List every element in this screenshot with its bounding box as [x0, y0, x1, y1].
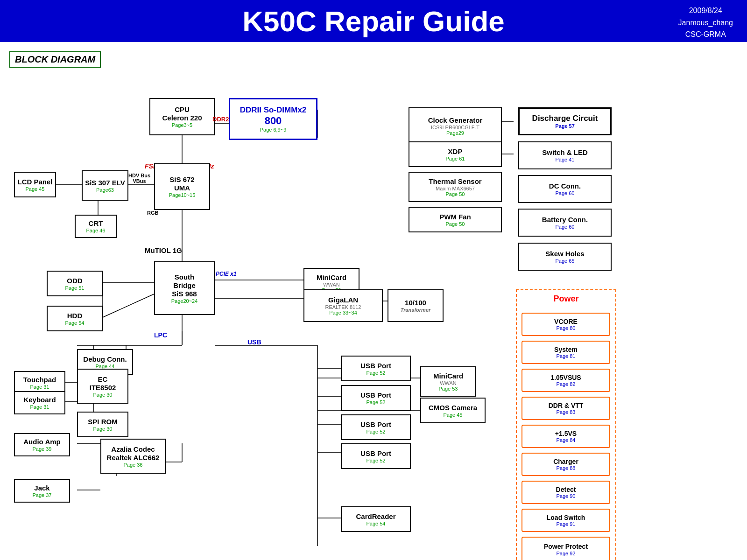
- chg-title: Charger: [553, 458, 578, 466]
- power-protect-box: Power Protect Page 92: [521, 537, 610, 560]
- aa-title: Audio Amp: [23, 438, 60, 446]
- hdd-box: HDD Page 54: [47, 306, 103, 331]
- mc1-sub: WWAN: [323, 282, 340, 287]
- sis672-title: SiS 672: [169, 175, 194, 184]
- cr-title: CardReader: [356, 512, 395, 521]
- sl-title: Switch & LED: [542, 148, 588, 157]
- pcie-label: PCIE x1: [216, 271, 237, 277]
- ts-page: Page 50: [446, 191, 465, 197]
- vbus-text: VBus: [128, 178, 150, 184]
- jack-page: Page 37: [33, 492, 52, 498]
- pwm-page: Page 50: [446, 221, 465, 227]
- usb4-page: Page 52: [366, 458, 386, 463]
- jack-title: Jack: [34, 484, 49, 492]
- kbd-title: Keyboard: [23, 396, 56, 404]
- header-dept: CSC-GRMA: [678, 28, 733, 41]
- header-date: 2009/8/24: [678, 5, 733, 17]
- crt-title: CRT: [89, 219, 103, 228]
- ec-title: EC: [98, 375, 108, 384]
- system-box: System Page 81: [521, 341, 610, 364]
- bc-page: Page 60: [556, 224, 575, 230]
- spi-page: Page 30: [93, 426, 113, 432]
- det-title: Detect: [556, 486, 576, 494]
- vsus-box: 1.05VSUS Page 82: [521, 369, 610, 392]
- ddrii-box: DDRII So-DIMMx2 800 Page 6,9~9: [229, 98, 317, 140]
- odd-page: Page 51: [65, 285, 85, 291]
- ts-title: Thermal Sensor: [429, 177, 481, 186]
- usb3-title: USB Port: [360, 420, 391, 429]
- skew-holes-box: Skew Holes Page 65: [518, 243, 612, 271]
- mc1-title: MiniCard: [317, 273, 346, 282]
- ls-page: Page 91: [557, 521, 576, 527]
- chg-page: Page 88: [557, 465, 576, 471]
- tp-title: Touchpad: [23, 376, 56, 384]
- pwm-title: PWM Fan: [439, 213, 471, 221]
- aa-page: Page 39: [33, 446, 52, 452]
- usb1-page: Page 52: [366, 370, 386, 376]
- kbd-page: Page 31: [30, 404, 49, 410]
- usb-port3-box: USB Port Page 52: [341, 414, 411, 440]
- header-author: Janmous_chang: [678, 17, 733, 29]
- sb-title: SouthBridge: [173, 273, 196, 290]
- odd-box: ODD Page 51: [47, 271, 103, 296]
- cpu-box: CPU Celeron 220 Page3~5: [149, 98, 215, 135]
- mc2-title: MiniCard: [433, 372, 463, 380]
- disc-page: Page 57: [555, 123, 575, 129]
- page-title: K50C Repair Guide: [242, 5, 505, 38]
- south-bridge-box: SouthBridge SiS 968 Page20~24: [154, 261, 215, 315]
- cg-sub: ICS9LPR600CGLF-T: [431, 125, 479, 130]
- svg-line-9: [103, 294, 154, 317]
- ec-page: Page 30: [93, 392, 113, 398]
- xdp-page: Page 61: [446, 156, 465, 161]
- usb-port4-box: USB Port Page 52: [341, 443, 411, 469]
- cg-page: Page29: [446, 130, 464, 136]
- tp-page: Page 31: [30, 384, 49, 390]
- odd-title: ODD: [67, 277, 82, 285]
- p15-title: +1.5VS: [555, 430, 577, 438]
- pwm-fan-box: PWM Fan Page 50: [409, 207, 502, 232]
- transformer-box: 10/100 Transformer: [388, 289, 444, 322]
- dc-title: DC Conn.: [549, 182, 581, 190]
- sys-title: System: [554, 346, 578, 354]
- ec-box: EC ITE8502 Page 30: [77, 369, 128, 404]
- hdv-label: HDV Bus VBus: [128, 173, 150, 184]
- ddrii-sub: 800: [265, 115, 282, 127]
- usb-port2-box: USB Port Page 52: [341, 385, 411, 411]
- vcore-title: VCORE: [554, 318, 578, 326]
- discharge-box: Discharge Circuit Page 57: [518, 107, 612, 135]
- ec-sub: ITE8502: [90, 384, 116, 392]
- gigalan-box: GigaLAN REALTEK 8112 Page 33~34: [303, 289, 383, 322]
- p15-page: Page 84: [557, 437, 576, 443]
- vcore-box: VCORE Page 80: [521, 313, 610, 336]
- disc-title: Discharge Circuit: [532, 114, 598, 123]
- hdd-page: Page 54: [65, 320, 85, 326]
- cardreader-box: CardReader Page 54: [341, 506, 411, 532]
- lcd-title: LCD Panel: [17, 178, 52, 186]
- pp-title: Power Protect: [544, 543, 588, 551]
- dvtt-title: DDR & VTT: [549, 402, 584, 410]
- rgb-label: RGB: [147, 210, 158, 216]
- power-title: Power: [553, 294, 578, 304]
- header-info: 2009/8/24 Janmous_chang CSC-GRMA: [678, 5, 733, 41]
- mutiol-label: MuTIOL 1G: [145, 246, 182, 254]
- det-page: Page 90: [557, 493, 576, 499]
- cmos-page: Page 45: [444, 412, 463, 418]
- dc-page: Page 60: [556, 190, 575, 196]
- azalia-codec-box: Azalia Codec Realtek ALC662 Page 36: [100, 439, 166, 474]
- clock-gen-box: Clock Generator ICS9LPR600CGLF-T Page29: [409, 107, 502, 145]
- sl-page: Page 41: [556, 157, 575, 162]
- sb-page: Page20~24: [171, 298, 198, 304]
- ddrii-title: DDRII So-DIMMx2: [240, 105, 307, 115]
- jack-box: Jack Page 37: [14, 479, 70, 503]
- usb2-page: Page 52: [366, 399, 386, 405]
- usb3-page: Page 52: [366, 429, 386, 434]
- ddrii-page: Page 6,9~9: [260, 127, 287, 133]
- cpu-title: CPU: [175, 105, 190, 114]
- switch-led-box: Switch & LED Page 41: [518, 141, 612, 169]
- ddr2-label: DDR2: [212, 116, 229, 123]
- power-section: Power VCORE Page 80 System Page 81 1.05V…: [516, 289, 616, 560]
- ddr-vtt-box: DDR & VTT Page 83: [521, 397, 610, 420]
- cpu-page: Page3~5: [172, 122, 192, 128]
- crt-page: Page 46: [86, 228, 106, 233]
- xdp-box: XDP Page 61: [409, 141, 502, 167]
